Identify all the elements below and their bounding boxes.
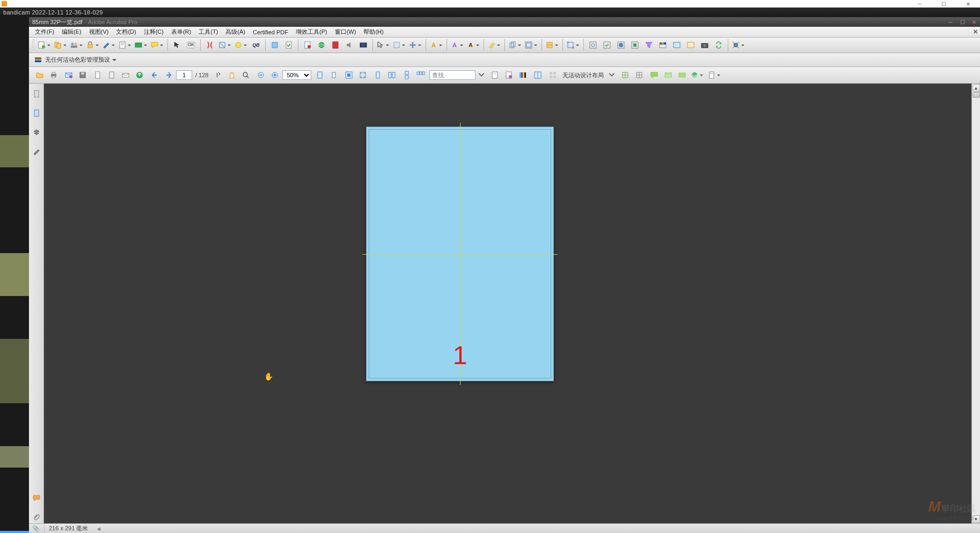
doc-tool-1[interactable] [91, 69, 104, 82]
fit-page-button[interactable] [327, 69, 340, 82]
app-close-button[interactable]: ✕ [968, 18, 980, 26]
hand-tool-button[interactable] [225, 69, 238, 82]
layers-panel-button[interactable] [31, 127, 42, 138]
document-viewport[interactable]: 1 ✋ [44, 84, 971, 523]
fit-width-button[interactable] [313, 69, 326, 82]
output-preview-1[interactable] [488, 69, 501, 82]
transform-tool[interactable] [566, 39, 581, 51]
pdf-tool-red-2[interactable] [329, 39, 342, 51]
next-page-button[interactable] [162, 69, 175, 82]
pages-panel-button[interactable] [31, 88, 42, 100]
qb-button[interactable]: QB [250, 39, 262, 51]
menu-edit[interactable]: 编辑(E) [58, 27, 85, 37]
collaborate-button[interactable] [69, 39, 84, 51]
layout-dropdown-arrow[interactable] [607, 69, 617, 82]
doc-tool-2[interactable] [105, 69, 118, 82]
scroll-thumb[interactable] [972, 92, 980, 98]
image-tool-1[interactable] [670, 39, 683, 51]
inspect-tool-3[interactable] [615, 39, 627, 51]
menu-advanced[interactable]: 高级(A) [222, 27, 249, 37]
menu-plugins[interactable]: 增效工具(P) [292, 27, 331, 37]
bookmarks-panel-button[interactable] [31, 107, 42, 119]
select-tool-button[interactable] [171, 39, 184, 51]
secure-button[interactable] [85, 39, 100, 51]
filter-tool[interactable] [642, 39, 655, 51]
text-select-tool[interactable]: I [211, 69, 224, 82]
layers-green-button[interactable] [690, 69, 705, 82]
create-pdf-button[interactable] [37, 39, 52, 51]
zoom-out-button[interactable] [254, 69, 267, 82]
preset-label[interactable]: 无任何活动色彩管理预设 [45, 56, 110, 64]
status-nav-arrow[interactable]: ◄ [96, 525, 101, 532]
preset-dropdown-arrow[interactable] [112, 59, 116, 63]
layout-tool-1[interactable] [531, 69, 544, 82]
envelope-button[interactable] [119, 69, 132, 82]
save-button[interactable] [76, 69, 89, 82]
preset-icon[interactable] [33, 55, 43, 65]
forms-button[interactable] [118, 39, 133, 51]
menu-comments[interactable]: 注释(C) [140, 27, 167, 37]
mesh-tool-button[interactable] [676, 69, 689, 82]
search-input[interactable] [429, 70, 476, 80]
crop-tool-3[interactable] [545, 39, 560, 51]
inspect-tool-1[interactable] [587, 39, 599, 51]
scroll-up-arrow[interactable]: ▲ [972, 84, 980, 92]
comment-balloon-button[interactable] [648, 69, 661, 82]
color-table-tool[interactable] [656, 39, 669, 51]
crop-tool-2[interactable] [524, 39, 539, 51]
highlight-text-tool[interactable]: A [466, 39, 481, 51]
color-separations-button[interactable] [516, 69, 529, 82]
ok-button[interactable]: OK [185, 39, 198, 51]
signatures-panel-button[interactable] [31, 146, 42, 158]
grid-tool-2[interactable] [633, 69, 646, 82]
page-number-input[interactable] [176, 70, 192, 80]
text-tool-1[interactable]: A [429, 39, 444, 51]
prev-page-button[interactable] [148, 69, 161, 82]
vertical-scrollbar[interactable]: ▲ ▼ [971, 84, 980, 523]
grid-tool-1[interactable] [619, 69, 632, 82]
zoom-in-button[interactable] [268, 69, 281, 82]
combine-files-button[interactable] [53, 39, 68, 51]
zoom-marquee-button[interactable] [239, 69, 252, 82]
image-tool-2[interactable] [684, 39, 697, 51]
move-tool[interactable] [408, 39, 423, 51]
output-preview-2[interactable] [502, 69, 515, 82]
inspect-tool-2[interactable] [601, 39, 613, 51]
menu-window[interactable]: 窗口(W) [331, 27, 360, 37]
menu-help[interactable]: 帮助(H) [360, 27, 387, 37]
menu-tools[interactable]: 工具(T) [195, 27, 222, 37]
doc-close-button[interactable]: ✕ [973, 28, 978, 35]
print-button[interactable] [47, 69, 60, 82]
select-arrow-tool[interactable] [376, 39, 391, 51]
replace-tool[interactable] [712, 39, 725, 51]
minimize-button[interactable]: ─ [908, 0, 932, 8]
menu-document[interactable]: 文档(D) [112, 27, 140, 37]
zoom-level-select[interactable]: 50% [282, 70, 311, 80]
pdf-tool-red-1[interactable] [301, 39, 314, 51]
menu-view[interactable]: 视图(V) [85, 27, 113, 37]
attachments-panel-button[interactable] [31, 512, 42, 523]
inspect-tool-4[interactable] [628, 39, 641, 51]
pitstop-tool-2[interactable] [217, 39, 232, 51]
comment-button[interactable] [150, 39, 165, 51]
expand-tool[interactable] [731, 39, 746, 51]
scroll-mode-2[interactable] [414, 69, 427, 82]
video-tool[interactable] [357, 39, 370, 51]
layout-grid-icon[interactable] [546, 69, 559, 82]
envelope-tool-button[interactable] [662, 69, 675, 82]
two-page-button[interactable] [385, 69, 398, 82]
multimedia-button[interactable] [134, 39, 149, 51]
attachment-icon[interactable]: 📎 [32, 525, 40, 532]
menu-file[interactable]: 文件(F) [31, 27, 58, 37]
close-button[interactable]: ✕ [956, 0, 980, 8]
menu-forms[interactable]: 表单(R) [167, 27, 195, 37]
menu-certified-pdf[interactable]: Certified PDF [249, 28, 292, 36]
layout-preset-label[interactable]: 无活动设计布局 [562, 71, 604, 79]
fit-visible-button[interactable] [356, 69, 369, 82]
audio-tool[interactable] [343, 39, 356, 51]
scroll-mode-1[interactable] [400, 69, 413, 82]
globe-tool[interactable] [315, 39, 328, 51]
upload-button[interactable] [133, 69, 146, 82]
app-maximize-button[interactable]: ☐ [956, 18, 968, 26]
camera-tool[interactable] [698, 39, 711, 51]
